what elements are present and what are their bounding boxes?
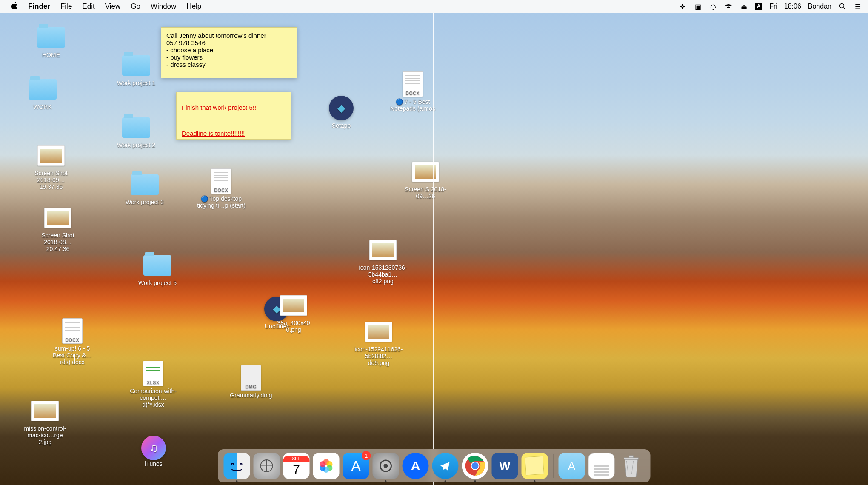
menu-go[interactable]: Go xyxy=(126,2,146,11)
dock-separator xyxy=(553,454,554,478)
desktop-item-wp2[interactable]: Work project 2 xyxy=(111,116,162,149)
itunes-label: iTunes xyxy=(145,460,163,467)
desktop-item-home[interactable]: HOME xyxy=(26,26,77,59)
desktop-item-wp1[interactable]: Work project 1 xyxy=(111,54,162,87)
image-icon xyxy=(43,206,72,230)
menu-view[interactable]: View xyxy=(100,2,126,11)
dock-app-a[interactable]: A xyxy=(403,453,429,479)
wifi-icon[interactable] xyxy=(724,2,733,11)
desktop-item-label: icon-1531230736-5b44ba1…c82.png xyxy=(357,264,408,285)
image-icon xyxy=(364,320,393,344)
notification-center-icon[interactable]: ☰ xyxy=(854,2,862,11)
desktop-item-label: Setapp xyxy=(331,122,352,129)
image-icon xyxy=(411,160,440,184)
docx-icon: DOCX xyxy=(207,169,236,193)
image-icon xyxy=(37,144,66,168)
desktop-item-png3[interactable]: icon-1529411626-5b28f82…dd9.png xyxy=(353,320,404,367)
menu-help[interactable]: Help xyxy=(181,2,206,11)
xlsx-icon: XLSX xyxy=(139,362,168,385)
desktop-item-wp5[interactable]: Work project 5 xyxy=(132,254,183,287)
dock-documents-folder[interactable] xyxy=(588,453,615,479)
folder-icon xyxy=(28,77,57,101)
desktop-item-work[interactable]: WORK xyxy=(17,77,68,111)
folder-icon xyxy=(130,173,159,197)
dock-finder[interactable] xyxy=(224,453,250,479)
menubar-user[interactable]: Bohdan xyxy=(808,3,831,10)
desktop-item-topdesk[interactable]: DOCX🔵 Top desktop tidying ti…p (start) xyxy=(196,169,247,209)
desktop-item-label: 38a_400x40 0.png xyxy=(268,319,319,334)
menu-edit[interactable]: Edit xyxy=(77,2,100,11)
app-icon: ◆ xyxy=(327,96,356,120)
docx-icon: DOCX xyxy=(398,72,427,96)
dock-photos[interactable] xyxy=(313,453,340,479)
shield-icon[interactable]: ▣ xyxy=(694,2,702,11)
menubar-time[interactable]: 18:06 xyxy=(784,3,801,10)
desktop-item-ss2[interactable]: Screen Shot 2018-08…20.47.36 xyxy=(32,206,83,253)
spotlight-icon[interactable] xyxy=(838,2,847,11)
dropbox-icon[interactable]: ❖ xyxy=(678,2,687,11)
desktop-item-label: 🔵 Top desktop tidying ti…p (start) xyxy=(196,195,247,209)
dock-appstore[interactable]: A 1 xyxy=(343,453,369,479)
menu-file[interactable]: File xyxy=(55,2,77,11)
sticky-line: Finish that work project 5!!! xyxy=(182,104,286,111)
image-icon xyxy=(31,399,60,423)
dock: SEP 7 A 1 A W xyxy=(218,449,651,482)
menu-window[interactable]: Window xyxy=(146,2,181,11)
desktop-item-label: HOME xyxy=(41,51,61,59)
sticky-note-deadline[interactable]: Finish that work project 5!!! Deadline i… xyxy=(176,92,291,140)
sync-icon[interactable]: ◌ xyxy=(709,2,717,11)
itunes-app[interactable]: ♫ iTunes xyxy=(141,436,166,467)
desktop-item-label: mission-control-mac-ico…rge 2.jpg xyxy=(20,425,71,446)
folder-icon xyxy=(122,54,151,77)
desktop-item-label: Work project 5 xyxy=(137,279,178,287)
desktop-item-wp3[interactable]: Work project 3 xyxy=(119,173,170,206)
dock-trash[interactable] xyxy=(618,453,645,479)
desktop-item-label: Screen S 2018-09…26 xyxy=(400,185,451,200)
desktop-item-label: icon-1529411626-5b28f82…dd9.png xyxy=(353,345,404,367)
folder-icon xyxy=(122,116,151,140)
desktop-item-dmg1[interactable]: DMGGrammarly.dmg xyxy=(226,366,277,399)
image-icon xyxy=(368,238,397,262)
dock-stickies[interactable] xyxy=(522,453,548,479)
calendar-day: 7 xyxy=(293,462,300,476)
desktop-item-label: Work project 1 xyxy=(116,79,157,87)
dock-applications-folder[interactable]: A xyxy=(559,453,585,479)
dock-chrome[interactable] xyxy=(462,453,488,479)
desktop-item-label: Grammarly.dmg xyxy=(228,391,273,399)
menubar: Finder File Edit View Go Window Help ❖ ▣… xyxy=(0,0,868,13)
folder-icon xyxy=(37,26,66,49)
desktop-item-mc[interactable]: mission-control-mac-ico…rge 2.jpg xyxy=(20,399,71,446)
dock-calendar[interactable]: SEP 7 xyxy=(283,453,310,479)
eject-icon[interactable]: ⏏ xyxy=(740,2,748,11)
desktop-item-setapp[interactable]: ◆Setapp xyxy=(316,96,367,129)
svg-point-15 xyxy=(472,462,479,469)
dock-telegram[interactable] xyxy=(432,453,459,479)
desktop-item-label: Screen Shot 2018-09…19.37.36 xyxy=(26,169,77,191)
desktop-item-docx1[interactable]: DOCXsum-up! 6 - 5 Best Copy &…rds).docx xyxy=(47,319,98,366)
desktop-item-label: Screen Shot 2018-08…20.47.36 xyxy=(32,231,83,253)
desktop-item-label: Work project 3 xyxy=(124,198,165,206)
sticky-line: Deadline is tonite!!!!!!!! xyxy=(182,130,286,137)
desktop-item-docx2[interactable]: DOCX🔵 7 - 5 Best Notepads (almos xyxy=(387,72,438,112)
desktop-item-png2[interactable]: icon-1531230736-5b44ba1…c82.png xyxy=(357,238,408,285)
desktop-item-label: Comparison-with-competi…d)**.xlsx xyxy=(128,387,179,408)
desktop-item-label: sum-up! 6 - 5 Best Copy &…rds).docx xyxy=(47,345,98,366)
apple-menu-icon[interactable] xyxy=(6,2,23,11)
desktop-item-label: 🔵 7 - 5 Best Notepads (almos xyxy=(387,98,438,112)
input-source-icon[interactable]: A xyxy=(755,3,762,10)
menubar-day[interactable]: Fri xyxy=(769,3,777,10)
dock-word[interactable]: W xyxy=(492,453,518,479)
desktop-item-png1[interactable]: 38a_400x40 0.png xyxy=(268,294,319,334)
desktop-item-label: WORK xyxy=(32,103,53,111)
dock-launchpad[interactable] xyxy=(254,453,280,479)
svg-line-1 xyxy=(844,8,846,10)
desktop-item-ss3[interactable]: Screen S 2018-09…26 xyxy=(400,160,451,200)
svg-point-10 xyxy=(320,461,326,467)
menubar-app-name[interactable]: Finder xyxy=(23,2,55,11)
desktop-item-xlsx1[interactable]: XLSXComparison-with-competi…d)**.xlsx xyxy=(128,362,179,408)
dock-settings[interactable] xyxy=(373,453,399,479)
sticky-note-dinner[interactable]: Call Jenny about tomorrow's dinner 057 9… xyxy=(161,27,297,78)
svg-point-12 xyxy=(384,464,388,468)
desktop-item-ss1[interactable]: Screen Shot 2018-09…19.37.36 xyxy=(26,144,77,191)
desktop[interactable]: Finder File Edit View Go Window Help ❖ ▣… xyxy=(0,0,868,485)
